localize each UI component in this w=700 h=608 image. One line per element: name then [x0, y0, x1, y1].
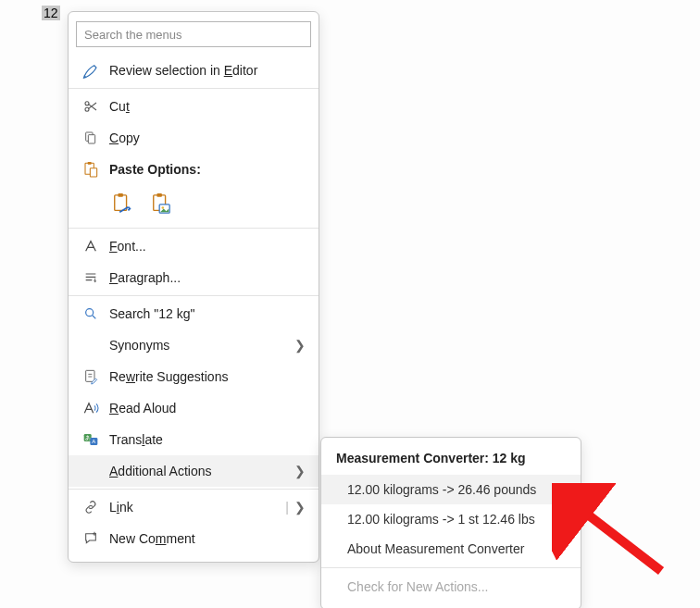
editor-pen-icon — [80, 62, 102, 79]
menu-label: Paste Options: — [102, 162, 307, 177]
menu-label: Read Aloud — [102, 401, 307, 416]
menu-label: Translate — [102, 432, 307, 447]
svg-point-1 — [85, 107, 89, 111]
search-icon — [80, 306, 102, 321]
menu-search-input[interactable]: Search the menus — [76, 21, 311, 47]
svg-rect-5 — [88, 162, 92, 165]
svg-point-0 — [85, 102, 89, 105]
menu-label: Link — [102, 500, 285, 515]
menu-additional-actions[interactable]: Additional Actions ❯ — [69, 455, 319, 487]
menu-search-placeholder: Search the menus — [84, 28, 182, 42]
menu-label: Paragraph... — [102, 270, 307, 285]
menu-review-editor[interactable]: Review selection in Editor — [69, 55, 319, 86]
menu-label: Cut — [102, 99, 307, 114]
menu-label: Search "12 kg" — [102, 306, 307, 321]
svg-point-12 — [162, 206, 165, 209]
paste-picture-button[interactable] — [148, 191, 174, 217]
paragraph-icon — [80, 270, 102, 285]
link-icon — [80, 500, 102, 515]
menu-new-comment[interactable]: New Comment — [69, 523, 319, 554]
chevron-right-icon: ❯ — [294, 464, 307, 478]
menu-label: Synonyms — [102, 338, 294, 353]
menu-translate[interactable]: あA Translate — [69, 424, 319, 455]
menu-search-12kg[interactable]: Search "12 kg" — [69, 298, 319, 329]
submenu-item-check-new-actions: Check for New Actions... — [321, 572, 581, 602]
comment-icon — [80, 531, 102, 546]
menu-label: Copy — [102, 130, 307, 145]
svg-rect-10 — [156, 193, 162, 197]
submenu-title: Measurement Converter: 12 kg — [321, 445, 581, 475]
read-aloud-icon — [80, 401, 102, 416]
chevron-right-icon[interactable]: ❯ — [294, 500, 307, 515]
paste-keep-source-button[interactable] — [109, 191, 135, 217]
menu-cut[interactable]: Cut — [69, 91, 319, 122]
font-letter-icon — [80, 239, 102, 254]
svg-rect-6 — [90, 168, 96, 177]
copy-icon — [80, 130, 102, 145]
menu-synonyms[interactable]: Synonyms ❯ — [69, 329, 319, 361]
separator — [69, 228, 319, 229]
scissors-icon — [80, 99, 102, 114]
separator — [321, 567, 581, 568]
menu-label: Rewrite Suggestions — [102, 369, 307, 384]
chevron-right-icon: ❯ — [294, 338, 307, 353]
additional-actions-submenu: Measurement Converter: 12 kg 12.00 kilog… — [320, 437, 581, 608]
svg-rect-3 — [88, 135, 94, 143]
menu-link[interactable]: Link | ❯ — [69, 491, 319, 523]
paste-options-row — [69, 185, 319, 226]
menu-label: New Comment — [102, 531, 307, 546]
submenu-item-conversion-pounds[interactable]: 12.00 kilograms -> 26.46 pounds — [321, 475, 581, 504]
menu-label: Review selection in Editor — [102, 63, 307, 78]
svg-text:あ: あ — [85, 435, 91, 441]
separator — [69, 489, 319, 490]
rewrite-icon — [80, 368, 102, 385]
svg-rect-14 — [86, 370, 94, 381]
separator — [69, 295, 319, 296]
svg-line-19 — [569, 500, 661, 571]
menu-paste-options: Paste Options: — [69, 154, 319, 185]
submenu-item-conversion-stones[interactable]: 12.00 kilograms -> 1 st 12.46 lbs — [321, 504, 581, 534]
document-selection: 12 — [42, 6, 60, 20]
menu-paragraph[interactable]: Paragraph... — [69, 262, 319, 293]
submenu-item-about-converter[interactable]: About Measurement Converter — [321, 534, 581, 564]
translate-icon: あA — [80, 432, 102, 447]
svg-rect-8 — [118, 193, 123, 197]
svg-text:A: A — [92, 439, 95, 444]
separator — [69, 88, 319, 89]
split-divider: | — [285, 500, 294, 515]
context-menu: Search the menus Review selection in Edi… — [68, 11, 319, 563]
menu-read-aloud[interactable]: Read Aloud — [69, 392, 319, 424]
svg-point-13 — [86, 309, 94, 316]
menu-label: Additional Actions — [102, 464, 294, 478]
menu-rewrite-suggestions[interactable]: Rewrite Suggestions — [69, 361, 319, 392]
menu-copy[interactable]: Copy — [69, 122, 319, 154]
menu-label: Font... — [102, 239, 307, 254]
paste-icon — [80, 161, 102, 178]
menu-font[interactable]: Font... — [69, 230, 319, 262]
